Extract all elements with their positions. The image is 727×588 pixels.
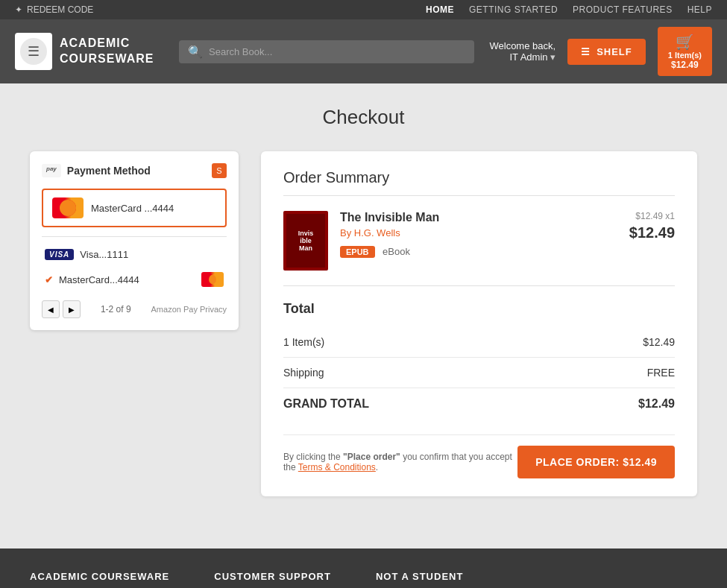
nav-product-features[interactable]: PRODUCT FEATURES: [573, 4, 673, 15]
grand-total-label: GRAND TOTAL: [283, 397, 369, 411]
book-author: By H.G. Wells: [340, 227, 617, 238]
place-order-section: By clicking the "Place order" you confir…: [283, 434, 675, 478]
visa-option-left: VISA Visa...1111: [45, 249, 128, 260]
price-total: $12.49: [629, 224, 675, 241]
prev-page-btn[interactable]: ◀: [42, 300, 60, 318]
logo-icon: ☰: [15, 33, 52, 70]
selected-card-label: MasterCard ...4444: [91, 203, 174, 214]
footer-heading-2: CUSTOMER SUPPORT: [214, 571, 331, 582]
visa-label: Visa...1111: [80, 249, 128, 260]
terms-link[interactable]: Terms & Conditions: [298, 462, 376, 472]
mc-small-logo: [201, 272, 224, 287]
order-summary: Order Summary InvisibleMan The Invisible…: [261, 151, 697, 496]
footer-col-2: CUSTOMER SUPPORT Help Return Policy Priv…: [214, 571, 331, 588]
book-cover: InvisibleMan: [283, 211, 328, 271]
book-item: InvisibleMan The Invisible Man By H.G. W…: [283, 211, 675, 286]
place-order-button[interactable]: PLACE ORDER: $12.49: [517, 446, 675, 478]
payment-panel: pay Payment Method S MasterCard ...4444 …: [30, 151, 239, 330]
book-title: The Invisible Man: [340, 211, 617, 224]
footer-heading-1: ACADEMIC COURSEWARE: [30, 571, 169, 582]
totals-section: Total 1 Item(s) $12.49 Shipping FREE GRA…: [283, 301, 675, 478]
book-cover-inner: InvisibleMan: [286, 214, 325, 268]
shelf-icon: ☰: [581, 46, 591, 57]
mc-label: MasterCard...4444: [59, 274, 139, 285]
nav-help[interactable]: HELP: [687, 4, 712, 15]
payment-method-label: Payment Method: [67, 165, 151, 177]
user-name: IT Admin: [509, 51, 547, 63]
nav-home[interactable]: HOME: [426, 4, 454, 15]
mc-option-left: ✔ MasterCard...4444: [45, 274, 139, 285]
cart-button[interactable]: 🛒 1 Item(s) $12.49: [658, 27, 712, 76]
payment-header: pay Payment Method S: [42, 163, 227, 178]
page-info: 1-2 of 9: [101, 304, 131, 314]
next-page-btn[interactable]: ▶: [63, 300, 81, 318]
checkout-layout: pay Payment Method S MasterCard ...4444 …: [30, 151, 697, 496]
payment-title: pay Payment Method: [42, 164, 151, 177]
header-right: Welcome back, IT Admin ▾ ☰ SHELF 🛒 1 Ite…: [489, 27, 712, 76]
logo-area: ☰ ACADEMIC COURSEWARE: [15, 33, 164, 70]
check-icon: ✔: [45, 274, 53, 285]
shelf-button[interactable]: ☰ SHELF: [567, 39, 646, 65]
pagination-btns: ◀ ▶: [42, 300, 81, 318]
header: ☰ ACADEMIC COURSEWARE 🔍 Welcome back, IT…: [0, 19, 727, 83]
redeem-code-btn[interactable]: ✦ REDEEM CODE: [15, 4, 93, 15]
visa-logo: VISA: [45, 249, 74, 260]
order-summary-title: Order Summary: [283, 169, 675, 196]
logo-line2: COURSEWARE: [60, 52, 154, 65]
shelf-label: SHELF: [597, 46, 632, 57]
top-nav: HOME GETTING STARTED PRODUCT FEATURES HE…: [426, 4, 712, 15]
mc-option[interactable]: ✔ MasterCard...4444: [42, 266, 227, 293]
footer-heading-3: NOT A STUDENT: [376, 571, 463, 582]
search-input[interactable]: [209, 46, 465, 57]
footer-col-1: ACADEMIC COURSEWARE Getting Started Prod…: [30, 571, 169, 588]
epub-badge: EPUB: [340, 246, 375, 258]
logo-line1: ACADEMIC: [60, 37, 130, 49]
welcome-text: Welcome back, IT Admin ▾: [489, 40, 556, 63]
book-details: The Invisible Man By H.G. Wells EPUB eBo…: [340, 211, 617, 258]
terms-text: By clicking the "Place order" you confir…: [283, 452, 517, 472]
items-row: 1 Item(s) $12.49: [283, 327, 675, 358]
shipping-label: Shipping: [283, 367, 324, 379]
ebook-label: eBook: [383, 246, 410, 257]
top-bar: ✦ REDEEM CODE HOME GETTING STARTED PRODU…: [0, 0, 727, 19]
items-value: $12.49: [643, 336, 675, 348]
shipping-value: FREE: [647, 367, 675, 379]
items-label: 1 Item(s): [283, 336, 324, 348]
footer-cols: ACADEMIC COURSEWARE Getting Started Prod…: [30, 571, 697, 588]
cart-price: $12.49: [668, 60, 702, 70]
footer: ACADEMIC COURSEWARE Getting Started Prod…: [0, 549, 727, 588]
place-order-quote: "Place order": [343, 452, 400, 462]
mastercard-logo: [52, 197, 84, 218]
logo-text: ACADEMIC COURSEWARE: [60, 36, 154, 67]
grand-total-value: $12.49: [638, 397, 675, 411]
grand-total-row: GRAND TOTAL $12.49: [283, 388, 675, 420]
amazon-privacy[interactable]: Amazon Pay Privacy: [151, 305, 227, 314]
tag-icon: ✦: [15, 4, 22, 15]
pagination-row: ◀ ▶ 1-2 of 9 Amazon Pay Privacy: [42, 300, 227, 318]
settings-icon[interactable]: S: [212, 163, 227, 178]
footer-col-3: NOT A STUDENT Distributors Publishers In…: [376, 571, 463, 588]
cart-count: 1 Item(s): [668, 51, 702, 60]
divider: [42, 236, 227, 237]
shipping-row: Shipping FREE: [283, 358, 675, 388]
redeem-label: REDEEM CODE: [27, 4, 93, 15]
totals-title: Total: [283, 301, 675, 317]
nav-getting-started[interactable]: GETTING STARTED: [469, 4, 558, 15]
terms-before: By clicking the: [283, 452, 343, 462]
page-title: Checkout: [30, 106, 697, 129]
main-content: Checkout pay Payment Method S MasterCard…: [0, 83, 727, 519]
search-bar[interactable]: 🔍: [179, 40, 474, 63]
selected-card[interactable]: MasterCard ...4444: [42, 189, 227, 227]
welcome-label: Welcome back,: [489, 40, 556, 51]
price-per-item: $12.49 x1: [629, 211, 675, 221]
amazon-pay-logo: pay: [42, 164, 61, 177]
cart-icon: 🛒: [668, 33, 702, 51]
logo-graphic: ☰: [20, 38, 47, 65]
visa-option[interactable]: VISA Visa...1111: [42, 243, 227, 266]
search-icon: 🔍: [188, 45, 203, 59]
book-price-area: $12.49 x1 $12.49: [629, 211, 675, 241]
